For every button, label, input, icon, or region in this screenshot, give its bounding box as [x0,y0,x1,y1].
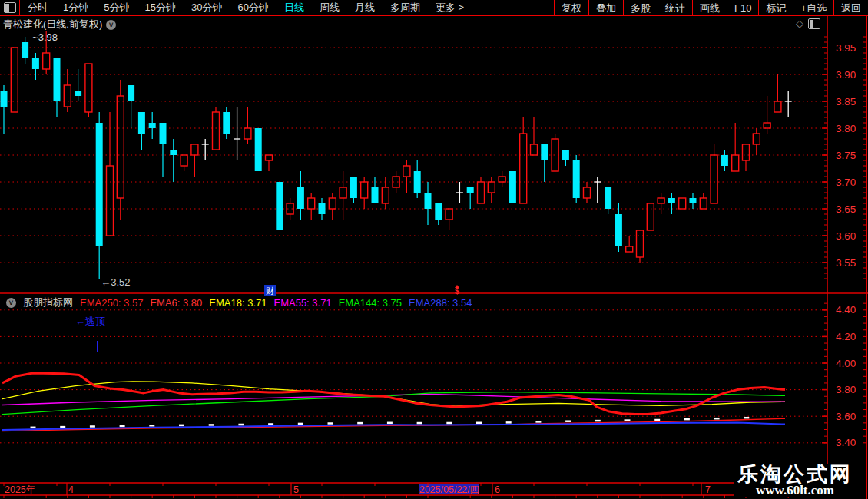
down-candle [54,58,61,101]
split-panel-icon[interactable] [808,18,820,29]
svg-text:3.55: 3.55 [836,257,856,269]
action-menu: 复权叠加多股统计画线F10标记+自选返回 [554,0,868,16]
top-toolbar: 分时1分钟5分钟15分钟30分钟60分钟日线周线月线多周期更多 > 复权叠加多股… [0,0,868,16]
svg-text:3.60: 3.60 [836,411,856,422]
up-candle [774,101,781,112]
chevron-down-icon[interactable]: ˅ [106,20,116,30]
chart-title-row: 青松建化(日线.前复权) ˅ [3,18,116,31]
time-axis: 2025年45672025/05/22/四 [4,483,788,498]
watermark-url: www.60lt.com [737,484,853,497]
svg-text:4.00: 4.00 [836,358,856,369]
period-tab-0[interactable]: 分时 [20,1,55,15]
up-candle [403,166,410,177]
period-tab-8[interactable]: 月线 [347,1,383,15]
svg-text:3.90: 3.90 [836,69,856,81]
up-candle [340,187,346,198]
action-button-2[interactable]: 多股 [623,0,658,16]
split-panel-icon [4,2,16,13]
period-tab-10[interactable]: 更多 > [428,1,472,15]
charts-canvas[interactable]: 3.953.903.853.803.753.703.653.603.554.40… [0,0,868,499]
period-tab-5[interactable]: 60分钟 [230,1,276,15]
layout-toggle-button[interactable] [0,0,20,16]
diamond-icon[interactable]: ◇ [796,18,803,29]
chevron-down-icon[interactable]: ˅ [6,298,16,308]
up-candle [743,144,750,160]
down-candle [255,128,262,171]
down-candle [509,171,516,203]
up-candle [711,155,717,203]
action-button-4[interactable]: 画线 [692,0,727,16]
up-candle [647,203,654,230]
watermark: 乐淘公式网 www.60lt.com [734,464,853,497]
ema-series: ←逃顶 [2,316,785,431]
action-button-5[interactable]: F10 [727,0,758,16]
period-tab-3[interactable]: 15分钟 [137,1,183,15]
period-tab-6[interactable]: 日线 [277,1,312,15]
down-candle [562,150,569,160]
up-candle [478,182,485,203]
down-candle [297,187,304,209]
down-candle [615,214,622,246]
highlighted-date-label: 2025/05/22/四 [419,484,480,495]
month-label: 5 [293,484,299,495]
up-candle [531,144,538,155]
period-tab-4[interactable]: 30分钟 [184,1,230,15]
down-candle [721,155,728,166]
up-candle [117,96,124,198]
action-button-3[interactable]: 统计 [658,0,692,16]
action-button-7[interactable]: +自选 [793,0,833,16]
up-candle [520,134,527,203]
up-candle [361,182,368,198]
high-price-label: ~3.98 [32,31,58,43]
up-candle [499,177,505,182]
up-candle [85,64,92,112]
down-candle [223,112,230,134]
action-button-0[interactable]: 复权 [554,0,588,16]
svg-text:3.75: 3.75 [836,150,856,161]
period-tab-7[interactable]: 周线 [312,1,347,15]
price-axis: 4.404.204.003.803.603.40 [822,303,866,448]
down-candle [573,160,580,198]
down-candle [32,58,39,69]
low-price-label: ←3.52 [101,276,130,288]
action-button-6[interactable]: 标记 [758,0,793,16]
down-candle [1,91,8,107]
escape-top-signal-label: ←逃顶 [75,316,106,327]
ema-legend-EMA144: EMA144: 3.75 [339,297,402,309]
up-candle [11,48,18,112]
up-candle [637,230,644,257]
up-candle [64,85,71,107]
down-candle [414,171,421,193]
down-candle [467,187,474,193]
action-button-8[interactable]: 返回 [833,0,868,16]
period-tab-1[interactable]: 1分钟 [55,1,96,15]
down-candle [160,123,167,144]
period-tab-9[interactable]: 多周期 [383,1,428,15]
month-label: 7 [705,484,711,495]
action-button-1[interactable]: 叠加 [588,0,623,16]
indicator-source-label: 股朋指标网 [23,296,73,309]
ema-legend-EMA288: EMA288: 3.54 [409,297,472,309]
down-candle [435,203,442,220]
up-candle [382,187,389,203]
svg-text:3.80: 3.80 [836,123,856,134]
down-candle [319,203,326,214]
svg-text:3.40: 3.40 [836,437,856,448]
indicator-legend-row: ˅ 股朋指标网 EMA250: 3.57EMA6: 3.80EMA18: 3.7… [2,296,472,309]
down-candle [690,198,697,203]
frame-lines [0,0,868,499]
up-candle [181,155,187,166]
down-candle [276,182,283,230]
watermark-site-name: 乐淘公式网 [737,464,853,484]
up-candle [191,144,198,155]
period-tab-2[interactable]: 5分钟 [96,1,137,15]
down-candle [75,91,81,96]
up-candle [679,198,686,209]
period-menu: 分时1分钟5分钟15分钟30分钟60分钟日线周线月线多周期更多 > [20,0,472,16]
down-candle [149,123,156,128]
down-candle [372,187,379,203]
up-candle [753,134,760,144]
up-candle [658,198,664,203]
month-label: 6 [495,484,500,495]
svg-text:3.80: 3.80 [836,384,856,395]
